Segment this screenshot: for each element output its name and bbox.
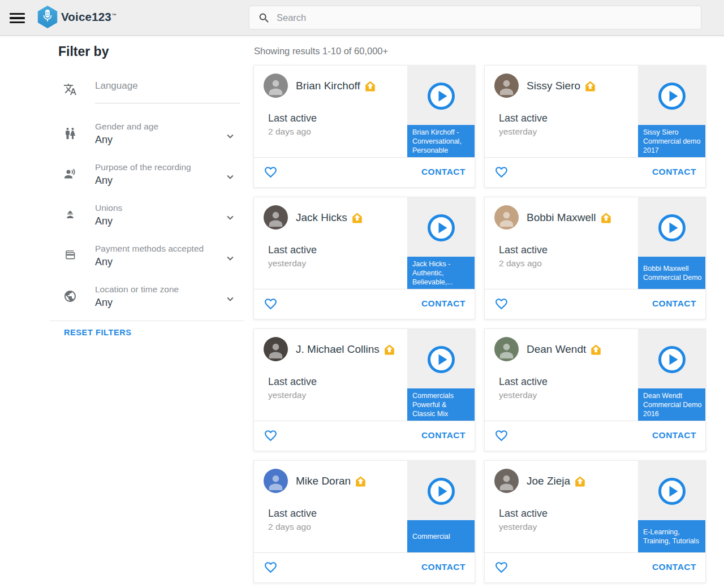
- favorite-button[interactable]: [493, 297, 509, 312]
- card-action-bar: CONTACT: [254, 289, 475, 319]
- favorite-button[interactable]: [493, 165, 509, 180]
- credit-card-icon: [63, 249, 77, 262]
- last-active-value: yesterday: [499, 127, 537, 137]
- talent-name[interactable]: Dean Wendt: [527, 343, 586, 356]
- demo-label[interactable]: E-Learning, Training, Tutorials: [638, 520, 705, 552]
- play-button[interactable]: [427, 82, 455, 110]
- reset-filters-button[interactable]: RESET FILTERS: [64, 328, 132, 337]
- last-active-value: yesterday: [499, 390, 537, 400]
- play-button[interactable]: [427, 477, 455, 505]
- card-action-bar: CONTACT: [254, 421, 475, 451]
- menu-button[interactable]: [8, 12, 26, 24]
- last-active-value: yesterday: [268, 390, 306, 400]
- demo-label[interactable]: Sissy Siero Commercial demo 2017: [638, 125, 705, 157]
- talent-card: J. Michael Collins Last active yesterday…: [253, 328, 475, 451]
- demo-panel: Dean Wendt Commercial Demo 2016: [638, 329, 705, 421]
- avatar[interactable]: [494, 205, 519, 230]
- contact-link[interactable]: CONTACT: [421, 562, 466, 572]
- heart-outline-icon: [263, 429, 278, 443]
- talent-name[interactable]: Bobbi Maxwell: [527, 211, 596, 224]
- talent-name[interactable]: Joe Zieja: [527, 475, 570, 487]
- chevron-down-icon: [224, 211, 236, 224]
- filter-value: Any: [95, 175, 113, 187]
- avatar[interactable]: [494, 469, 519, 493]
- contact-link[interactable]: CONTACT: [652, 167, 696, 177]
- demo-panel: Brian Kirchoff - Conversational, Persona…: [407, 66, 475, 157]
- filter-value: Any: [95, 134, 113, 146]
- avatar[interactable]: [264, 74, 288, 98]
- talent-name[interactable]: Jack Hicks: [296, 211, 347, 224]
- last-active-value: 2 days ago: [268, 522, 311, 532]
- heart-outline-icon: [494, 165, 509, 179]
- avatar[interactable]: [264, 469, 288, 493]
- voice123-hexagon-mic-icon: [36, 5, 59, 29]
- play-button[interactable]: [658, 214, 686, 242]
- demo-panel: Bobbi Maxwell Commercial Demo: [638, 197, 705, 289]
- favorite-button[interactable]: [493, 429, 509, 443]
- talent-card: Joe Zieja Last active yesterday E-Learni…: [484, 460, 706, 583]
- rising-star-badge-icon: [590, 344, 602, 356]
- last-active-label: Last active: [268, 113, 317, 124]
- filter-unions[interactable]: Unions Any: [50, 199, 244, 239]
- person-silhouette-icon: [266, 340, 286, 360]
- filter-title: Filter by: [58, 44, 109, 59]
- contact-link[interactable]: CONTACT: [652, 562, 696, 572]
- demo-label[interactable]: Dean Wendt Commercial Demo 2016: [638, 388, 705, 421]
- heart-outline-icon: [263, 297, 278, 311]
- avatar[interactable]: [264, 337, 288, 361]
- contact-link[interactable]: CONTACT: [652, 430, 696, 440]
- contact-link[interactable]: CONTACT: [652, 299, 696, 309]
- demo-label[interactable]: Commercial: [407, 520, 475, 552]
- play-button[interactable]: [427, 345, 455, 374]
- person-silhouette-icon: [497, 77, 516, 97]
- demo-panel: Jack Hicks - Authentic, Believable,...: [407, 197, 475, 289]
- demo-label[interactable]: Bobbi Maxwell Commercial Demo: [638, 257, 705, 289]
- contact-link[interactable]: CONTACT: [421, 299, 466, 309]
- play-button[interactable]: [658, 345, 686, 374]
- contact-link[interactable]: CONTACT: [421, 167, 466, 177]
- filter-gender-and-age[interactable]: Gender and age Any: [50, 118, 244, 158]
- avatar[interactable]: [264, 205, 288, 230]
- filter-purpose-of-recording[interactable]: Purpose of the recording Any: [50, 158, 244, 198]
- play-icon: [427, 477, 455, 505]
- play-button[interactable]: [658, 82, 686, 110]
- search-input[interactable]: [275, 6, 696, 29]
- avatar[interactable]: [494, 337, 519, 361]
- play-button[interactable]: [658, 477, 686, 505]
- chevron-down-icon: [224, 293, 236, 305]
- talent-name[interactable]: J. Michael Collins: [296, 343, 380, 356]
- demo-label[interactable]: Commercials Powerful & Classic Mix: [407, 388, 475, 421]
- talent-name[interactable]: Mike Doran: [296, 475, 351, 487]
- play-icon: [427, 214, 455, 242]
- logo[interactable]: Voice123™: [36, 5, 117, 29]
- favorite-button[interactable]: [262, 297, 278, 312]
- last-active-value: 2 days ago: [499, 258, 542, 269]
- play-button[interactable]: [427, 214, 455, 242]
- avatar[interactable]: [494, 74, 519, 98]
- filter-value: Any: [95, 297, 113, 309]
- chevron-down-icon: [224, 252, 236, 265]
- favorite-button[interactable]: [262, 429, 278, 443]
- play-icon: [658, 214, 686, 242]
- logo-text: Voice123: [61, 10, 111, 23]
- demo-label[interactable]: Brian Kirchoff - Conversational, Persona…: [407, 125, 475, 157]
- favorite-button[interactable]: [262, 560, 278, 575]
- demo-label[interactable]: Jack Hicks - Authentic, Believable,...: [407, 257, 475, 289]
- search-icon: [258, 12, 270, 24]
- favorite-button[interactable]: [262, 165, 278, 180]
- input-underline: [95, 103, 240, 103]
- heart-outline-icon: [494, 560, 509, 574]
- person-silhouette-icon: [266, 77, 286, 97]
- card-action-bar: CONTACT: [254, 157, 475, 187]
- filter-location-timezone[interactable]: Location or time zone Any: [50, 280, 244, 321]
- favorite-button[interactable]: [493, 560, 509, 575]
- talent-name[interactable]: Sissy Siero: [527, 80, 580, 92]
- chevron-down-icon: [224, 171, 236, 183]
- language-filter-input[interactable]: Language: [95, 80, 240, 104]
- talent-name[interactable]: Brian Kirchoff: [296, 80, 360, 92]
- rising-star-badge-icon: [584, 80, 596, 92]
- contact-link[interactable]: CONTACT: [421, 430, 466, 440]
- filter-payment-methods[interactable]: Payment methods accepted Any: [50, 240, 244, 280]
- rising-star-badge-icon: [355, 475, 367, 487]
- last-active-value: yesterday: [499, 522, 537, 532]
